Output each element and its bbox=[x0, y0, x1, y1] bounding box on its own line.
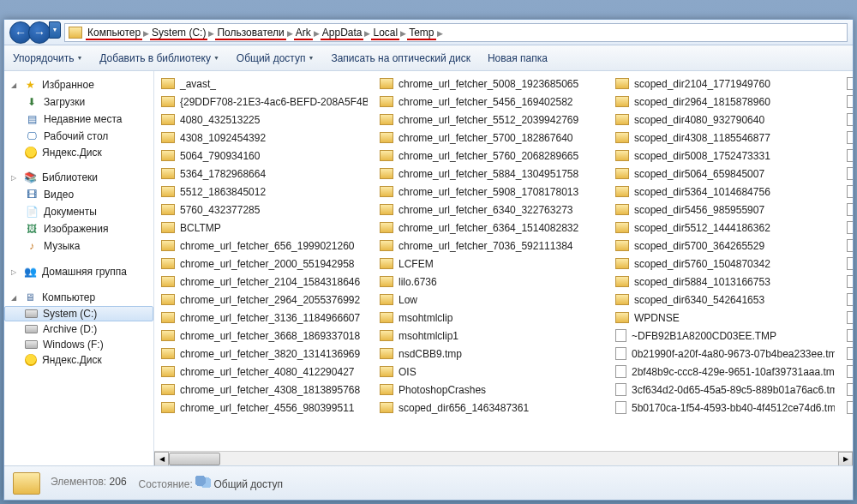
file-item[interactable] bbox=[845, 183, 853, 201]
file-item[interactable] bbox=[845, 381, 853, 399]
file-item[interactable] bbox=[845, 273, 853, 291]
folder-item[interactable]: chrome_url_fetcher_3136_1184966607 bbox=[159, 309, 368, 327]
file-item[interactable]: ~DFB92B1A8200CD03EE.TMP bbox=[614, 327, 835, 345]
sidebar-libraries[interactable]: ▷📚Библиотеки bbox=[4, 169, 153, 186]
folder-item[interactable]: chrome_url_fetcher_4308_1813895768 bbox=[159, 381, 368, 399]
file-item[interactable] bbox=[845, 165, 853, 183]
file-item[interactable] bbox=[845, 291, 853, 309]
folder-item[interactable]: scoped_dir2964_1815878960 bbox=[614, 93, 835, 111]
breadcrumb-item[interactable]: Temp bbox=[407, 27, 435, 40]
file-item[interactable] bbox=[845, 201, 853, 219]
folder-item[interactable]: msohtmlclip bbox=[378, 309, 603, 327]
folder-item[interactable]: 5760_432377285 bbox=[159, 201, 368, 219]
file-item[interactable] bbox=[845, 93, 853, 111]
file-item[interactable] bbox=[845, 327, 853, 345]
breadcrumb-bar[interactable]: Компьютер▶System (C:)▶Пользователи▶Ark▶A… bbox=[64, 23, 848, 42]
folder-item[interactable]: scoped_dir5456_985955907 bbox=[614, 201, 835, 219]
folder-item[interactable]: OIS bbox=[378, 363, 603, 381]
folder-item[interactable]: chrome_url_fetcher_4080_412290427 bbox=[159, 363, 368, 381]
file-item[interactable] bbox=[845, 255, 853, 273]
folder-item[interactable]: chrome_url_fetcher_5908_1708178013 bbox=[378, 183, 603, 201]
folder-item[interactable]: lilo.6736 bbox=[378, 273, 603, 291]
file-item[interactable] bbox=[845, 219, 853, 237]
sidebar-item[interactable]: ⬇Загрузки bbox=[4, 93, 153, 111]
sidebar[interactable]: ◢★Избранное ⬇Загрузки▤Недавние места🖵Раб… bbox=[4, 71, 154, 465]
folder-item[interactable]: chrome_url_fetcher_656_1999021260 bbox=[159, 237, 368, 255]
folder-item[interactable]: 5512_1863845012 bbox=[159, 183, 368, 201]
breadcrumb-item[interactable]: Пользователи bbox=[215, 27, 285, 40]
sidebar-item[interactable]: ▤Недавние места bbox=[4, 111, 153, 128]
folder-item[interactable]: chrome_url_fetcher_6340_322763273 bbox=[378, 201, 603, 219]
folder-item[interactable]: BCLTMP bbox=[159, 219, 368, 237]
folder-item[interactable]: {29DDF708-21E3-4ac6-BEFD-208A5F4B6B04} bbox=[159, 93, 368, 111]
breadcrumb-item[interactable]: System (C:) bbox=[150, 27, 207, 40]
scroll-right-button[interactable]: ▶ bbox=[838, 452, 853, 466]
sidebar-item[interactable]: 📄Документы bbox=[4, 203, 153, 220]
file-item[interactable] bbox=[845, 129, 853, 147]
folder-item[interactable]: scoped_dir4308_1185546877 bbox=[614, 129, 835, 147]
scroll-left-button[interactable]: ◀ bbox=[154, 452, 169, 466]
folder-item[interactable]: chrome_url_fetcher_5884_1304951758 bbox=[378, 165, 603, 183]
organize-button[interactable]: Упорядочить▼ bbox=[4, 45, 91, 70]
file-item[interactable] bbox=[845, 147, 853, 165]
file-item[interactable] bbox=[845, 237, 853, 255]
folder-item[interactable]: _avast_ bbox=[159, 75, 368, 93]
breadcrumb-item[interactable]: Ark bbox=[294, 27, 313, 40]
folder-item[interactable]: chrome_url_fetcher_2104_1584318646 bbox=[159, 273, 368, 291]
sidebar-item[interactable]: Windows (F:) bbox=[4, 337, 153, 352]
folder-item[interactable]: 4080_432513225 bbox=[159, 111, 368, 129]
share-button[interactable]: Общий доступ▼ bbox=[228, 45, 323, 70]
folder-item[interactable]: scoped_dir5760_1504870342 bbox=[614, 255, 835, 273]
folder-item[interactable]: msohtmlclip1 bbox=[378, 327, 603, 345]
sidebar-item[interactable]: 🎞Видео bbox=[4, 186, 153, 203]
folder-item[interactable]: chrome_url_fetcher_5008_1923685065 bbox=[378, 75, 603, 93]
file-item[interactable] bbox=[845, 345, 853, 363]
sidebar-favorites[interactable]: ◢★Избранное bbox=[4, 76, 153, 93]
sidebar-item[interactable]: Archive (D:) bbox=[4, 321, 153, 337]
add-to-library-button[interactable]: Добавить в библиотеку▼ bbox=[91, 45, 227, 70]
sidebar-homegroup[interactable]: ▷👥Домашняя группа bbox=[4, 263, 153, 280]
folder-item[interactable]: 4308_1092454392 bbox=[159, 129, 368, 147]
file-item[interactable]: 3cf634d2-0d65-45a5-89c5-889b01a76ac6.tmp bbox=[614, 381, 835, 399]
folder-item[interactable]: Low bbox=[378, 291, 603, 309]
folder-item[interactable]: chrome_url_fetcher_2000_551942958 bbox=[159, 255, 368, 273]
burn-button[interactable]: Записать на оптический диск bbox=[322, 45, 479, 70]
folder-item[interactable]: scoped_dir5064_659845007 bbox=[614, 165, 835, 183]
folder-item[interactable]: chrome_url_fetcher_7036_592111384 bbox=[378, 237, 603, 255]
breadcrumb-item[interactable]: Local bbox=[371, 27, 399, 40]
sidebar-computer[interactable]: ◢🖥Компьютер bbox=[4, 289, 153, 306]
breadcrumb-item[interactable]: AppData bbox=[321, 27, 364, 40]
file-item[interactable]: 0b21990f-a20f-4a80-9673-07b4bea233ee.tmp bbox=[614, 345, 835, 363]
nav-history-dropdown[interactable]: ▼ bbox=[49, 21, 61, 39]
file-item[interactable] bbox=[845, 111, 853, 129]
file-item[interactable] bbox=[845, 399, 853, 417]
folder-item[interactable]: 5064_790934160 bbox=[159, 147, 368, 165]
sidebar-item[interactable]: System (C:) bbox=[4, 306, 153, 321]
folder-item[interactable]: scoped_dir4080_932790640 bbox=[614, 111, 835, 129]
file-item[interactable] bbox=[845, 75, 853, 93]
new-folder-button[interactable]: Новая папка bbox=[479, 45, 556, 70]
folder-item[interactable]: scoped_dir656_1463487361 bbox=[378, 399, 603, 417]
file-item[interactable] bbox=[845, 363, 853, 381]
folder-item[interactable]: 5364_1782968664 bbox=[159, 165, 368, 183]
folder-item[interactable]: chrome_url_fetcher_5512_2039942769 bbox=[378, 111, 603, 129]
file-list[interactable]: _avast_{29DDF708-21E3-4ac6-BEFD-208A5F4B… bbox=[154, 71, 853, 465]
folder-item[interactable]: nsdCBB9.tmp bbox=[378, 345, 603, 363]
breadcrumb-item[interactable]: Компьютер bbox=[86, 27, 142, 40]
file-item[interactable]: 5b0170ca-1f54-4593-bb40-4f4512ce74d6.tmp bbox=[614, 399, 835, 417]
folder-item[interactable]: chrome_url_fetcher_3820_1314136969 bbox=[159, 345, 368, 363]
folder-item[interactable]: scoped_dir2104_1771949760 bbox=[614, 75, 835, 93]
sidebar-item[interactable]: ♪Музыка bbox=[4, 237, 153, 255]
sidebar-item[interactable]: 🖵Рабочий стол bbox=[4, 128, 153, 145]
sidebar-item[interactable]: Яндекс.Диск bbox=[4, 145, 153, 160]
folder-item[interactable]: chrome_url_fetcher_2964_2055376992 bbox=[159, 291, 368, 309]
scroll-thumb[interactable] bbox=[169, 453, 220, 465]
folder-item[interactable]: scoped_dir5364_1014684756 bbox=[614, 183, 835, 201]
file-item[interactable]: 2bf48b9c-ccc8-429e-9651-10af39731aaa.tmp bbox=[614, 363, 835, 381]
folder-item[interactable]: chrome_url_fetcher_5456_169402582 bbox=[378, 93, 603, 111]
folder-item[interactable]: scoped_dir5512_1444186362 bbox=[614, 219, 835, 237]
folder-item[interactable]: chrome_url_fetcher_3668_1869337018 bbox=[159, 327, 368, 345]
folder-item[interactable]: scoped_dir5008_1752473331 bbox=[614, 147, 835, 165]
horizontal-scrollbar[interactable]: ◀ ▶ bbox=[154, 451, 853, 465]
sidebar-item[interactable]: 🖼Изображения bbox=[4, 220, 153, 237]
